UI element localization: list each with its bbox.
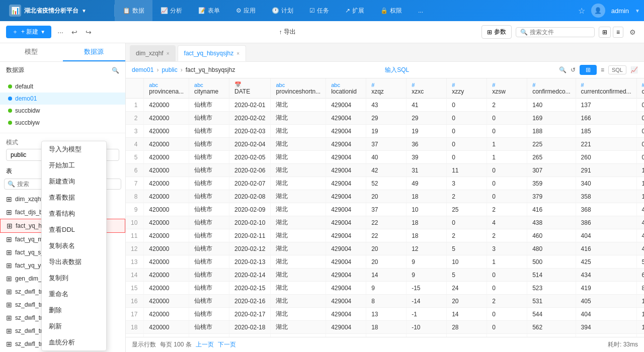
table-row[interactable]: 1420000仙桃市2020-02-01湖北429004434102140137… (126, 99, 644, 112)
ctx-refresh[interactable]: 刷新 (42, 318, 106, 334)
ctx-rename[interactable]: 重命名 (42, 286, 106, 302)
refresh-icon[interactable]: ↺ (571, 66, 576, 73)
table-row[interactable]: 17420000仙桃市2020-02-17湖北42900413-11405444… (126, 308, 644, 321)
bc-public[interactable]: public (162, 66, 177, 73)
settings-button[interactable]: ⚙ (627, 26, 638, 38)
table-row[interactable]: 18420000仙桃市2020-02-18湖北42900418-10280562… (126, 321, 644, 334)
ds-succbiyw[interactable]: succbiyw (0, 117, 125, 129)
next-page-link[interactable]: 下一页 (218, 340, 236, 349)
nav-auth[interactable]: 🔒 权限 (372, 0, 410, 21)
table-row[interactable]: 4420000仙桃市2020-02-04湖北429004373601225221… (126, 138, 644, 151)
table-row[interactable]: 11420000仙桃市2020-02-11湖北42900422182246040… (126, 229, 644, 242)
ctx-export-data[interactable]: 导出表数据 (42, 254, 106, 270)
ctx-import-model[interactable]: 导入为模型 (42, 141, 106, 157)
ctx-view-ddl[interactable]: 查看DDL (42, 222, 106, 238)
tab-close-icon[interactable]: × (236, 51, 239, 56)
table-row[interactable]: 15420000仙桃市2020-02-15湖北4290049-152405234… (126, 282, 644, 295)
tab-model[interactable]: 模型 (0, 43, 63, 61)
table-cell: 225 (527, 138, 576, 151)
nav-extend[interactable]: ↗ 扩展 (337, 0, 372, 21)
nav-analysis[interactable]: 📈 分析 (152, 0, 190, 21)
param-button[interactable]: ⊞ 参数 (481, 25, 512, 39)
table-row[interactable]: 2420000仙桃市2020-02-02湖北429004292900169166… (126, 112, 644, 125)
col-xzqz-header[interactable]: # xzqz (366, 78, 407, 99)
ctx-lineage[interactable]: 血统分析 (42, 334, 106, 350)
ctx-start-process[interactable]: 开始加工 (42, 157, 106, 173)
ds-succbidw[interactable]: succbidw (0, 105, 125, 117)
table-row[interactable]: 7420000仙桃市2020-02-07湖北429004524930359340… (126, 177, 644, 190)
tab-dim-xzqhf[interactable]: dim_xzqhf × (130, 45, 176, 61)
search-icon[interactable]: 🔍 (559, 66, 567, 73)
export-button[interactable]: ↑ 导出 (279, 28, 296, 36)
table-cell: 2 (447, 229, 487, 242)
list-layout-button[interactable]: ≡ (613, 27, 623, 38)
nav-more[interactable]: ... (410, 0, 431, 21)
table-row[interactable]: 8420000仙桃市2020-02-08湖北429004201820379358… (126, 190, 644, 203)
table-row[interactable]: 10420000仙桃市2020-02-10湖北42900422180443838… (126, 216, 644, 229)
table-row[interactable]: 13420000仙桃市2020-02-13湖北42900420910150042… (126, 255, 644, 269)
col-xzxc-header[interactable]: # xzxc (407, 78, 447, 99)
nav-app[interactable]: ⚙ 应用 (228, 0, 264, 21)
col-cityname-header[interactable]: abc cityname (189, 78, 229, 99)
table-cell: 29 (407, 112, 447, 125)
input-sql-button[interactable]: 输入SQL (385, 66, 409, 74)
grid-view-button[interactable]: ⊞ (580, 65, 597, 75)
table-cell: 416 (527, 203, 576, 216)
col-confirmedco-header[interactable]: # confirmedco... (527, 78, 576, 99)
ctx-delete[interactable]: 删除 (42, 302, 106, 318)
ctx-copy-table-name[interactable]: 复制表名 (42, 238, 106, 254)
redo-button[interactable]: ↪ (84, 26, 94, 38)
file-search-box[interactable]: 🔍 (516, 27, 595, 37)
undo-button[interactable]: ↩ (69, 26, 79, 38)
prev-page-link[interactable]: 上一页 (196, 340, 214, 349)
tab-fact-yq[interactable]: fact_yq_hbsyqsjhz × (178, 45, 247, 61)
bc-demo01[interactable]: demo01 (132, 66, 153, 73)
ctx-copy-to[interactable]: 复制到 (42, 270, 106, 286)
datasource-section-header: 数据源 🔍 (0, 62, 125, 78)
table-row[interactable]: 9420000仙桃市2020-02-09湖北429004371025241636… (126, 203, 644, 216)
new-button[interactable]: ＋ + 新建 ▼ (6, 26, 51, 38)
sql-icon[interactable]: SQL (608, 65, 626, 74)
table-cell: 2020-02-14 (229, 269, 271, 282)
nav-data[interactable]: 📋 数据 (115, 0, 152, 21)
table-cell: 169 (527, 112, 576, 125)
col-provincena-header[interactable]: abc provincena... (144, 78, 189, 99)
col-province-short-header[interactable]: abc provinceshortn... (271, 78, 326, 99)
col-curedcount-header[interactable]: # curedcount (636, 78, 644, 99)
col-xzsw-header[interactable]: # xzsw (487, 78, 527, 99)
ctx-view-data[interactable]: 查看数据 (42, 190, 106, 206)
table-cell: 湖北 (271, 321, 326, 334)
table-cell: 16 (636, 190, 644, 203)
bc-sep2: › (181, 66, 183, 73)
ds-demo01[interactable]: demo01 (0, 93, 125, 105)
col-currentconfirmed-header[interactable]: # currentconfirmed... (576, 78, 636, 99)
nav-logo[interactable]: 📊 湖北省疫情分析平台 ▼ (4, 5, 115, 17)
star-icon[interactable]: ☆ (578, 6, 585, 16)
table-cell: 13 (366, 308, 407, 321)
col-locationid-header[interactable]: abc locationid (326, 78, 366, 99)
table-cell: 0 (636, 99, 644, 112)
table-row[interactable]: 6420000仙桃市2020-02-06湖北429004423111030729… (126, 164, 644, 177)
table-icon: ⊞ (6, 248, 12, 256)
table-row[interactable]: 16420000仙桃市2020-02-16湖北4290048-142025314… (126, 295, 644, 308)
ctx-view-structure[interactable]: 查看结构 (42, 206, 106, 222)
table-row[interactable]: 12420000仙桃市2020-02-12湖北42900420125348041… (126, 242, 644, 255)
ctx-new-query[interactable]: 新建查询 (42, 173, 106, 190)
col-date-header[interactable]: 📅 DATE (229, 78, 271, 99)
col-xzzy-header[interactable]: # xzzy (447, 78, 487, 99)
more-options-button[interactable]: ··· (55, 26, 65, 38)
chart-icon[interactable]: 📈 (630, 66, 638, 73)
tab-close-icon[interactable]: × (167, 51, 170, 56)
table-row[interactable]: 3420000仙桃市2020-02-03湖北429004191900188185… (126, 125, 644, 138)
ds-default[interactable]: default (0, 80, 125, 93)
table-row[interactable]: 5420000仙桃市2020-02-05湖北429004403901265260… (126, 151, 644, 164)
nav-form[interactable]: 📝 表单 (190, 0, 228, 21)
grid-layout-button[interactable]: ⊞ (599, 27, 611, 38)
tab-datasource[interactable]: 数据源 (63, 43, 126, 61)
file-search-input[interactable] (530, 29, 590, 36)
table-row[interactable]: 14420000仙桃市2020-02-14湖北42900414950514434… (126, 269, 644, 282)
list-view-icon[interactable]: ≡ (601, 66, 604, 73)
nav-task[interactable]: ☑ 任务 (301, 0, 337, 21)
search-icon[interactable]: 🔍 (112, 67, 119, 74)
nav-plan[interactable]: 🕐 计划 (264, 0, 301, 21)
